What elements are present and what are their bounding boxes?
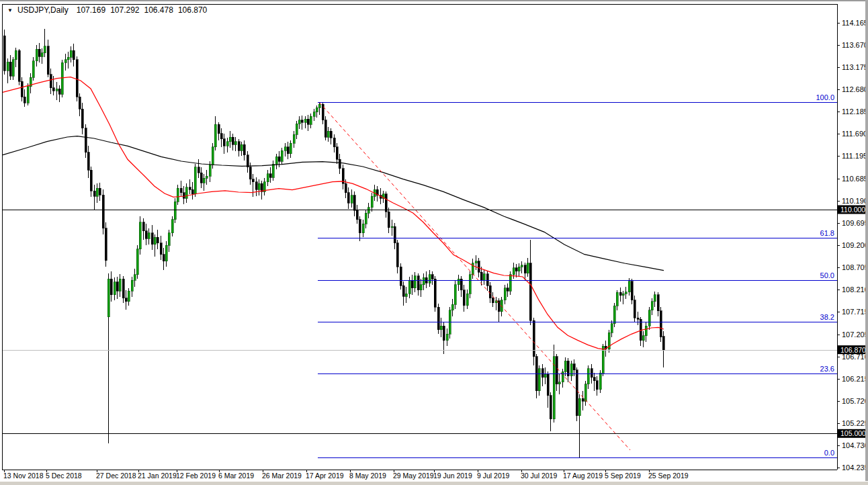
bear-candle-body <box>79 97 81 109</box>
bear-candle-body <box>637 318 639 319</box>
bear-candle-body <box>619 292 621 296</box>
bull-candle-body <box>513 268 515 275</box>
bear-candle-body <box>301 120 303 122</box>
bear-candle-body <box>218 124 220 133</box>
bear-candle-body <box>411 280 413 288</box>
time-axis-label: 17 Aug 2019 <box>563 472 603 480</box>
bear-candle-body <box>278 157 280 161</box>
bull-candle-body <box>209 165 211 176</box>
time-axis-label: 8 May 2019 <box>349 472 386 480</box>
bull-candle-body <box>32 61 34 78</box>
bear-candle-body <box>324 120 327 137</box>
bear-candle-body <box>662 337 664 350</box>
bear-candle-body <box>593 378 595 381</box>
bull-candle-body <box>509 275 511 292</box>
price-axis-label: 107.205 <box>842 330 868 339</box>
bull-candle-body <box>625 292 627 294</box>
bear-candle-body <box>116 282 118 291</box>
bull-candle-body <box>429 275 431 283</box>
price-axis-label: 109.200 <box>842 241 868 249</box>
bull-candle-body <box>272 164 274 177</box>
bear-candle-body <box>99 188 101 195</box>
fibonacci-level-label: 50.0 <box>820 271 834 279</box>
bull-candle-body <box>578 398 580 415</box>
time-axis-label: 30 Jul 2019 <box>521 472 557 480</box>
bear-candle-body <box>238 142 240 150</box>
time-axis-label: 9 Jul 2019 <box>477 472 510 480</box>
bear-candle-body <box>547 374 549 395</box>
bull-candle-body <box>36 49 38 60</box>
bull-candle-body <box>327 131 329 137</box>
collapse-triangle-icon[interactable]: ▼ <box>7 7 13 13</box>
window-bottom-bar <box>0 481 868 485</box>
bull-candle-body <box>304 119 306 122</box>
bull-candle-body <box>616 292 618 306</box>
bull-candle-body <box>114 282 116 295</box>
bull-candle-body <box>185 187 187 199</box>
bull-candle-body <box>177 188 179 202</box>
bull-candle-body <box>527 263 529 273</box>
bull-candle-body <box>258 183 260 189</box>
price-axis-label: 105.225 <box>842 419 868 427</box>
price-axis-label: 114.165 <box>842 19 868 27</box>
bull-candle-body <box>206 176 208 178</box>
price-axis-label: 109.695 <box>842 219 868 227</box>
price-chart-canvas[interactable]: 100.061.850.038.223.60.0114.165113.67011… <box>0 0 868 485</box>
bull-candle-body <box>622 294 624 296</box>
bear-candle-body <box>151 233 153 245</box>
time-axis-label: 12 Feb 2019 <box>176 472 216 480</box>
price-axis-label: 110.190 <box>842 197 868 205</box>
bear-candle-body <box>122 279 124 298</box>
bear-candle-body <box>287 147 289 154</box>
bull-candle-body <box>241 144 243 150</box>
bull-candle-body <box>362 224 364 232</box>
ohlc-low: 106.478 <box>144 5 173 15</box>
fibonacci-level-label: 100.0 <box>816 93 834 101</box>
chart-window[interactable]: 100.061.850.038.223.60.0114.165113.67011… <box>0 0 868 485</box>
time-axis-label: 26 Mar 2019 <box>262 472 302 480</box>
bear-candle-body <box>631 281 633 300</box>
fibonacci-level-label: 23.6 <box>820 365 834 373</box>
bull-candle-body <box>316 107 318 112</box>
bull-candle-body <box>391 226 393 227</box>
bull-candle-body <box>544 374 546 378</box>
price-tag-label: 105.000 <box>840 429 866 437</box>
bull-candle-body <box>212 147 214 165</box>
bear-candle-body <box>21 81 23 97</box>
bull-candle-body <box>651 302 653 310</box>
bear-candle-body <box>247 155 249 167</box>
bear-candle-body <box>443 326 445 340</box>
bull-candle-body <box>234 142 236 145</box>
bear-candle-body <box>353 195 355 211</box>
bear-candle-body <box>24 97 26 103</box>
time-axis-label: 27 Dec 2018 <box>96 472 136 480</box>
chart-frame <box>2 4 838 470</box>
bull-candle-body <box>446 334 448 340</box>
bear-candle-body <box>58 89 60 94</box>
bull-candle-body <box>96 188 98 196</box>
bear-candle-body <box>634 300 636 318</box>
bear-candle-body <box>52 88 54 91</box>
bull-candle-body <box>628 281 630 292</box>
price-axis-label: 112.185 <box>842 107 868 116</box>
price-axis-label: 108.210 <box>842 285 868 294</box>
bull-candle-body <box>654 295 656 302</box>
time-axis-label: 19 Jun 2019 <box>433 472 472 480</box>
time-axis-label: 17 Apr 2019 <box>306 472 344 480</box>
bear-candle-body <box>576 370 578 416</box>
bear-candle-body <box>431 275 433 279</box>
bear-candle-body <box>38 49 40 56</box>
bull-candle-body <box>70 50 72 57</box>
bull-candle-body <box>15 50 17 59</box>
bear-candle-body <box>90 170 92 191</box>
bear-candle-body <box>660 311 662 337</box>
bull-candle-body <box>466 294 468 305</box>
price-axis-label: 111.690 <box>842 130 867 138</box>
ohlc-close: 106.870 <box>178 5 207 15</box>
price-axis-label: 113.670 <box>842 41 868 49</box>
bear-candle-body <box>388 212 390 227</box>
bull-candle-body <box>414 276 416 288</box>
bull-candle-body <box>451 304 453 310</box>
bear-candle-body <box>50 75 52 88</box>
bull-candle-body <box>214 124 216 146</box>
